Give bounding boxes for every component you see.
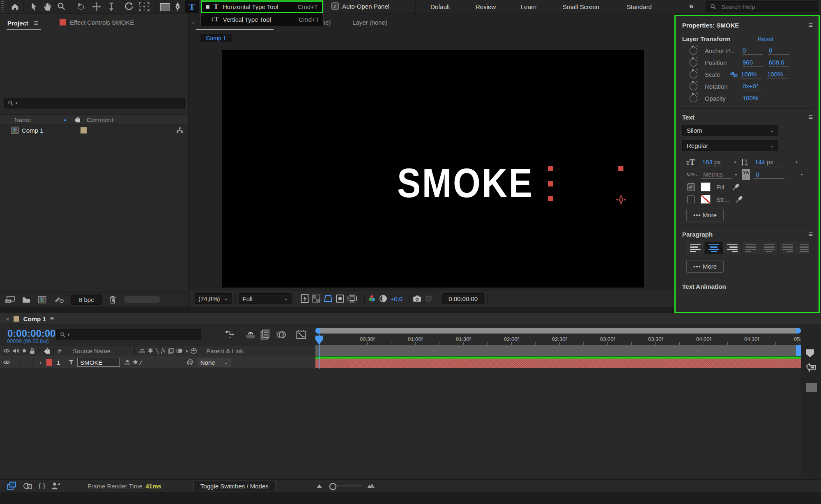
selection-handle[interactable]	[548, 166, 553, 171]
zoom-tool-icon[interactable]	[57, 2, 66, 11]
resolution-dropdown[interactable]: Full ⌄	[239, 293, 292, 304]
project-tab[interactable]: Project ≡	[7, 19, 38, 28]
anchor-y-value[interactable]: 0	[768, 47, 789, 55]
column-header-parent[interactable]: Parent & Link	[206, 348, 243, 354]
stopwatch-icon[interactable]	[690, 94, 697, 102]
hand-tool-icon[interactable]	[43, 2, 52, 11]
vertical-scrollbar-thumb[interactable]	[806, 383, 817, 392]
pan-camera-tool-icon[interactable]	[92, 2, 101, 11]
fill-enabled-checkbox[interactable]: ✓	[687, 183, 695, 191]
parent-pickwhip-icon[interactable]: @	[186, 359, 193, 366]
anchor-point-icon[interactable]	[615, 194, 627, 205]
admin-user-icon[interactable]	[51, 482, 60, 490]
workspace-tab-standard[interactable]: Standard	[627, 3, 652, 10]
layer-eye-icon[interactable]	[3, 360, 10, 365]
layer-collapse-switch[interactable]: ✱	[133, 359, 138, 366]
dolly-camera-tool-icon[interactable]	[108, 2, 115, 11]
layer-duration-bar[interactable]	[315, 359, 801, 368]
close-icon[interactable]: ×	[6, 315, 9, 322]
playhead-line[interactable]	[319, 328, 320, 369]
layer-expand-chevron[interactable]: ›	[39, 359, 41, 366]
panel-menu-icon[interactable]: ≡	[50, 315, 54, 322]
navigator-right-cap[interactable]	[796, 328, 801, 334]
column-header-comment[interactable]: Comment	[87, 116, 113, 123]
comp-breadcrumb-chip[interactable]: Comp 1	[200, 34, 232, 42]
workspace-tab-review[interactable]: Review	[476, 3, 496, 10]
font-style-dropdown[interactable]: Regular ⌄	[682, 140, 778, 151]
font-family-dropdown[interactable]: Silom ⌄	[682, 125, 778, 136]
timeline-ruler[interactable]: 0f 00:30f 01:00f 01:30f 02:00f 02:30f 03…	[313, 334, 821, 345]
panel-menu-icon[interactable]: ≡	[34, 19, 39, 28]
project-search-input[interactable]	[19, 100, 184, 107]
exposure-value[interactable]: +0,0	[391, 295, 403, 302]
channel-rgb-icon[interactable]	[368, 295, 376, 303]
paragraph-more-button[interactable]: ••• More	[686, 260, 724, 273]
kerning-value[interactable]: Metrics	[703, 171, 723, 178]
camera-region-tool-icon[interactable]	[139, 2, 149, 11]
toolbar-grip[interactable]	[1, 1, 4, 12]
scale-x-value[interactable]: 100%	[740, 71, 761, 78]
rotation-value[interactable]: 0x+0°	[742, 83, 763, 90]
scale-y-value[interactable]: 100%	[766, 71, 788, 78]
panel-overflow-chevron[interactable]: ›	[192, 20, 194, 25]
layer-name-box[interactable]: SMOKE	[77, 358, 120, 367]
auto-open-checkbox[interactable]: ✓	[331, 2, 339, 10]
stopwatch-icon[interactable]	[690, 83, 697, 90]
timeline-zoom-slider-knob[interactable]	[329, 483, 336, 490]
stroke-color-swatch[interactable]	[701, 195, 711, 204]
interpret-footage-icon[interactable]	[5, 296, 15, 303]
orbit-camera-tool-icon[interactable]	[76, 2, 85, 11]
section-menu-icon[interactable]: ≡	[808, 113, 813, 122]
search-help-box[interactable]	[706, 1, 818, 12]
home-tool-icon[interactable]	[11, 2, 19, 11]
timeline-search-box[interactable]: ▼	[56, 329, 201, 340]
layer-switch-cell[interactable]	[154, 358, 161, 367]
tracking-value[interactable]: 0	[756, 171, 759, 178]
dropdown-triangle-icon[interactable]: ▼	[734, 161, 737, 164]
layer-shy-switch[interactable]	[124, 359, 131, 365]
panel-menu-icon[interactable]: ≡	[808, 21, 813, 30]
grid-guides-icon[interactable]	[347, 295, 357, 303]
new-folder-icon[interactable]	[22, 297, 30, 303]
work-area-right-cap[interactable]	[796, 345, 801, 356]
audio-cell[interactable]	[14, 358, 21, 367]
magnification-dropdown[interactable]: (74,8%) ⌄	[195, 293, 232, 304]
fill-color-swatch[interactable]	[701, 182, 711, 191]
project-row-comp1[interactable]: Comp 1	[0, 124, 188, 136]
dropdown-triangle-icon[interactable]: ▼	[734, 173, 738, 177]
used-in-network-icon[interactable]	[176, 127, 183, 133]
auto-open-panel-toggle[interactable]: ✓ Auto-Open Panel	[331, 2, 389, 10]
workspace-tab-default[interactable]: Default	[430, 3, 450, 10]
workspace-tab-small-screen[interactable]: Small Screen	[563, 3, 599, 10]
sort-ascending-icon[interactable]: ▲	[63, 117, 67, 122]
pen-tool-icon[interactable]	[173, 2, 182, 12]
work-area-band[interactable]	[315, 345, 801, 356]
composition-network-blue-icon[interactable]	[7, 481, 16, 490]
justify-last-left-button[interactable]	[742, 242, 760, 254]
column-header-number[interactable]: #	[58, 348, 61, 354]
justify-last-right-button[interactable]	[779, 242, 797, 254]
layer-quality-switch[interactable]: ∕	[140, 359, 142, 366]
timeline-search-input[interactable]	[71, 331, 201, 338]
stopwatch-icon[interactable]	[690, 47, 697, 55]
menu-item-horizontal-type-tool[interactable]: T Horizontal Type Tool Cmd+T	[201, 0, 323, 13]
stroke-enabled-checkbox[interactable]: ✓	[687, 196, 695, 203]
justify-all-button[interactable]	[797, 242, 809, 254]
selection-handle[interactable]	[618, 166, 623, 171]
leading-value[interactable]: 144	[755, 159, 765, 166]
timeline-navigator-bar[interactable]	[315, 328, 801, 334]
solo-cell[interactable]	[21, 358, 27, 367]
show-snapshot-icon[interactable]	[425, 295, 433, 302]
comp-marker-bin-icon[interactable]	[805, 348, 815, 359]
workspace-overflow-chevrons[interactable]: »	[689, 2, 694, 11]
text-more-button[interactable]: ••• More	[686, 209, 724, 221]
link-dimensions-icon[interactable]	[730, 72, 738, 77]
search-help-input[interactable]	[720, 3, 804, 11]
section-menu-icon[interactable]: ≡	[808, 230, 813, 239]
navigator-left-cap[interactable]	[315, 328, 320, 334]
fast-previews-icon[interactable]	[301, 294, 309, 303]
composition-mini-flowchart-icon[interactable]	[225, 330, 236, 339]
layer-switch-cell[interactable]	[148, 358, 154, 367]
eyedropper-icon[interactable]	[736, 196, 743, 203]
timeline-current-time[interactable]: 0:00:00:00	[7, 328, 55, 339]
